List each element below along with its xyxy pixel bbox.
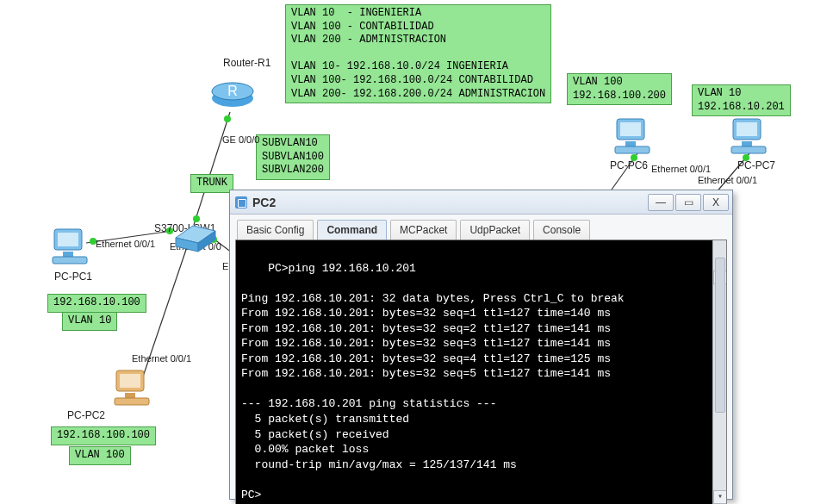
svg-rect-34 bbox=[742, 141, 752, 146]
note-vlan-definitions: VLAN 10 - INGENIERIA VLAN 100 - CONTABIL… bbox=[285, 4, 551, 103]
minimize-button[interactable]: — bbox=[648, 194, 674, 211]
pc7-icon[interactable] bbox=[726, 114, 771, 161]
app-icon bbox=[235, 196, 247, 208]
terminal-output[interactable]: PC>ping 192.168.10.201 Ping 192.168.10.2… bbox=[235, 240, 727, 504]
window-title: PC2 bbox=[252, 196, 276, 209]
label-router: Router-R1 bbox=[223, 57, 270, 69]
note-pc6: VLAN 100 192.168.100.200 bbox=[567, 73, 672, 105]
scroll-down-button[interactable]: ▾ bbox=[713, 490, 727, 504]
note-subvlan: SUBVLAN10 SUBVLAN100 SUBVLAN200 bbox=[256, 134, 330, 180]
note-trunk: TRUNK bbox=[190, 174, 233, 193]
svg-rect-26 bbox=[125, 393, 135, 398]
note-pc2-vlan: VLAN 100 bbox=[69, 446, 131, 465]
note-pc2-ip: 192.168.100.100 bbox=[51, 426, 156, 445]
svg-text:R: R bbox=[227, 84, 238, 98]
port-switch-eth-cut: E bbox=[222, 261, 228, 271]
pc2-window[interactable]: PC2 — ▭ X Basic Config Command MCPacket … bbox=[229, 190, 733, 500]
label-pc1: PC-PC1 bbox=[54, 271, 92, 283]
svg-rect-25 bbox=[120, 374, 140, 388]
pc6-icon[interactable] bbox=[610, 114, 655, 161]
port-pc6-eth: Ethernet 0/0/1 bbox=[651, 164, 711, 174]
svg-rect-31 bbox=[615, 146, 650, 153]
tab-mcpacket[interactable]: MCPacket bbox=[390, 220, 457, 240]
svg-rect-23 bbox=[53, 257, 87, 264]
switch-icon[interactable] bbox=[172, 221, 219, 258]
svg-rect-29 bbox=[620, 122, 641, 136]
tab-bar: Basic Config Command MCPacket UdpPacket … bbox=[230, 215, 732, 240]
port-pc1-eth: Ethernet 0/0/1 bbox=[96, 239, 155, 249]
svg-rect-27 bbox=[115, 398, 149, 405]
note-pc1-ip: 192.168.10.100 bbox=[47, 294, 146, 313]
router-icon[interactable]: R bbox=[208, 76, 257, 111]
label-pc6: PC-PC6 bbox=[610, 159, 648, 171]
label-pc7: PC-PC7 bbox=[737, 159, 775, 171]
tab-command[interactable]: Command bbox=[317, 220, 387, 240]
scrollbar[interactable]: ▴ ▾ bbox=[712, 240, 726, 504]
titlebar[interactable]: PC2 — ▭ X bbox=[230, 190, 732, 215]
scroll-thumb[interactable] bbox=[715, 258, 725, 413]
svg-point-1 bbox=[224, 115, 231, 122]
pc2-icon[interactable] bbox=[109, 365, 154, 413]
tab-udppacket[interactable]: UdpPacket bbox=[460, 220, 530, 240]
note-pc1-vlan: VLAN 10 bbox=[62, 312, 117, 331]
svg-rect-22 bbox=[63, 252, 73, 257]
label-pc2: PC-PC2 bbox=[67, 409, 105, 421]
port-pc7-eth: Ethernet 0/0/1 bbox=[698, 175, 757, 185]
svg-rect-35 bbox=[731, 146, 766, 153]
tab-basic-config[interactable]: Basic Config bbox=[237, 220, 314, 240]
svg-rect-21 bbox=[58, 233, 78, 246]
svg-rect-33 bbox=[737, 122, 757, 136]
close-button[interactable]: X bbox=[703, 194, 729, 211]
note-pc7: VLAN 10 192.168.10.201 bbox=[692, 84, 791, 116]
maximize-button[interactable]: ▭ bbox=[675, 194, 701, 211]
svg-line-0 bbox=[194, 112, 230, 225]
port-ge000: GE 0/0/0 bbox=[222, 134, 259, 145]
svg-rect-30 bbox=[625, 141, 636, 146]
terminal-text: PC>ping 192.168.10.201 Ping 192.168.10.2… bbox=[241, 262, 625, 501]
port-pc2-eth: Ethernet 0/0/1 bbox=[132, 353, 191, 364]
pc1-icon[interactable] bbox=[47, 224, 92, 271]
tab-console[interactable]: Console bbox=[533, 220, 590, 240]
